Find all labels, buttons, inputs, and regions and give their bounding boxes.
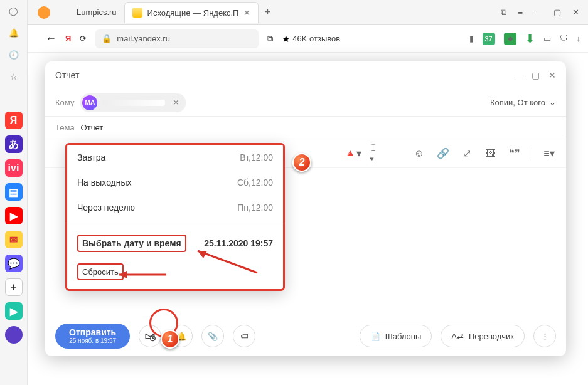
emoji-icon[interactable]: ☺ [412, 148, 426, 159]
option-label: На выходных [77, 177, 132, 187]
tab-yandex-mail[interactable]: Исходящие — Яндекс.П ✕ [124, 2, 259, 23]
minimize-icon[interactable]: — [534, 8, 542, 18]
annotation-badge-1: 1 [161, 330, 179, 349]
app-messenger-icon[interactable]: 💬 [5, 255, 23, 272]
protect-icon[interactable]: 🛡 [560, 34, 568, 43]
templates-icon: 📄 [370, 332, 380, 341]
recipients-row: Кому MA ✕ Копии, От кого ⌄ [45, 89, 566, 117]
expand-compose-icon[interactable]: ▢ [532, 70, 540, 80]
reload-icon[interactable]: ⟳ [80, 34, 87, 43]
url-field[interactable]: 🔒 mail.yandex.ru [95, 29, 259, 48]
unlink-icon[interactable]: ⤢ [460, 147, 474, 159]
yandex-search-icon[interactable]: Я [65, 34, 71, 43]
close-compose-icon[interactable]: ✕ [548, 70, 556, 80]
app-ivi-icon[interactable]: ivi [5, 159, 23, 177]
app-alice-icon[interactable] [5, 326, 23, 344]
back-icon[interactable]: ← [45, 32, 56, 45]
option-time: Сб,12:00 [237, 177, 273, 187]
reader-icon[interactable]: ▭ [543, 34, 551, 43]
send-sublabel: 25 нояб. в 19:57 [69, 337, 116, 345]
download-arrow-icon[interactable]: ⬇ [525, 32, 535, 46]
downloads-icon[interactable]: ↓ [577, 34, 581, 43]
app-youtube-icon[interactable]: ▶ [5, 207, 23, 224]
tab-strip: Lumpics.ru Исходящие — Яндекс.П ✕ + ⧉ ≡ … [0, 0, 588, 25]
link-icon[interactable]: 🔗 [436, 147, 450, 159]
schedule-option-tomorrow[interactable]: Завтра Вт,12:00 [67, 145, 283, 170]
close-window-icon[interactable]: ✕ [572, 8, 579, 18]
svg-line-1 [198, 251, 257, 273]
mail-favicon-icon [132, 8, 142, 18]
ext-shield-icon[interactable]: ◆ [504, 33, 516, 45]
app-docs-icon[interactable]: ▤ [5, 183, 23, 201]
reviews-text: 46K отзывов [292, 34, 340, 43]
tag-button[interactable]: 🏷 [233, 325, 255, 347]
ext-green-icon[interactable]: 37 [483, 33, 495, 45]
text-color-icon[interactable]: 🔺▾ [346, 147, 360, 159]
schedule-send-button[interactable] [139, 325, 161, 347]
bell-icon: 🔔 [9, 28, 19, 38]
templates-button[interactable]: 📄 Шаблоны [360, 325, 432, 347]
more-button[interactable]: ⋮ [533, 325, 556, 347]
maximize-icon[interactable]: ▢ [553, 8, 561, 18]
chevron-down-icon: ⌄ [549, 98, 556, 107]
add-app-icon[interactable]: + [5, 278, 23, 296]
star-filled-icon: ★ [282, 33, 290, 45]
recipient-avatar: MA [82, 95, 97, 110]
app-mail-icon[interactable]: ✉ [5, 231, 23, 248]
option-time: Пн,12:00 [237, 203, 273, 213]
recipient-name-blurred [102, 100, 165, 106]
clock-icon: 🕘 [9, 50, 19, 60]
schedule-option-week[interactable]: Через неделю Пн,12:00 [67, 195, 283, 220]
schedule-option-weekend[interactable]: На выходных Сб,12:00 [67, 170, 283, 195]
option-label: Через неделю [77, 203, 135, 213]
font-size-icon[interactable]: 𝙸 ▾ [370, 142, 383, 165]
align-icon[interactable]: ≡▾ [542, 147, 556, 159]
pick-datetime-label: Выбрать дату и время [77, 235, 186, 252]
url-text: mail.yandex.ru [117, 34, 170, 43]
tab-title: Исходящие — Яндекс.П [147, 8, 239, 18]
pinned-apps: Я あ ivi ▤ ▶ ✉ 💬 + ▶ [5, 112, 23, 344]
send-label: Отправить [69, 327, 116, 338]
extension-icons: ▮ 37 ◆ ⬇ ▭ 🛡 ↓ [469, 32, 581, 46]
subject-value[interactable]: Отчет [81, 123, 104, 132]
remove-recipient-icon[interactable]: ✕ [173, 98, 179, 107]
compose-header: Отчет — ▢ ✕ [45, 61, 566, 89]
compose-title: Отчет [55, 70, 79, 80]
option-time: Вт,12:00 [240, 152, 273, 162]
translator-button[interactable]: A⇄ Переводчик [441, 325, 525, 347]
close-icon[interactable]: ✕ [243, 8, 250, 18]
app-yandex-icon[interactable]: Я [5, 112, 23, 129]
browser-side-panel: ◯ 🔔 🕘 ☆ Я あ ivi ▤ ▶ ✉ 💬 + ▶ [0, 0, 28, 385]
tabs-overview-icon[interactable]: ⧉ [501, 8, 506, 18]
window-controls: ⧉ ≡ — ▢ ✕ [501, 8, 588, 18]
recipient-chip[interactable]: MA ✕ [80, 93, 186, 112]
annotation-arrow-reset [113, 268, 169, 281]
annotation-badge-2: 2 [292, 153, 311, 172]
compose-bottom-bar: Отправить 25 нояб. в 19:57 🔔 📎 🏷 📄 Шабло… [45, 316, 566, 356]
reviews-badge[interactable]: ★ 46K отзывов [282, 33, 340, 45]
tab-title: Lumpics.ru [77, 8, 117, 17]
app-play-icon[interactable]: ▶ [5, 302, 23, 320]
quote-icon[interactable]: ❝❞ [508, 147, 521, 159]
send-button[interactable]: Отправить 25 нояб. в 19:57 [55, 324, 130, 349]
app-translate-icon[interactable]: あ [5, 135, 23, 153]
attach-button[interactable]: 📎 [201, 325, 224, 347]
bookmark-icon[interactable]: ▮ [469, 34, 474, 43]
copies-toggle[interactable]: Копии, От кого ⌄ [490, 98, 556, 107]
option-label: Завтра [77, 152, 105, 162]
new-tab-button[interactable]: + [259, 4, 276, 21]
annotation-arrow-pick [188, 245, 264, 276]
lock-icon: 🔒 [102, 34, 112, 43]
tab-lumpics[interactable]: Lumpics.ru [69, 2, 124, 23]
minimize-compose-icon[interactable]: — [514, 70, 523, 80]
copies-label: Копии, От кого [490, 98, 545, 107]
svg-marker-4 [119, 271, 127, 278]
translator-label: Переводчик [469, 332, 514, 341]
image-icon[interactable]: 🖼 [484, 148, 498, 159]
popout-icon[interactable]: ⧉ [267, 34, 273, 44]
menu-icon[interactable]: ≡ [518, 8, 523, 18]
profile-avatar-icon[interactable] [38, 6, 50, 19]
avatar-icon: ◯ [9, 6, 18, 16]
translate-icon: A⇄ [451, 332, 464, 341]
address-bar: ← Я ⟳ 🔒 mail.yandex.ru ⧉ ★ 46K отзывов ▮… [0, 25, 588, 53]
